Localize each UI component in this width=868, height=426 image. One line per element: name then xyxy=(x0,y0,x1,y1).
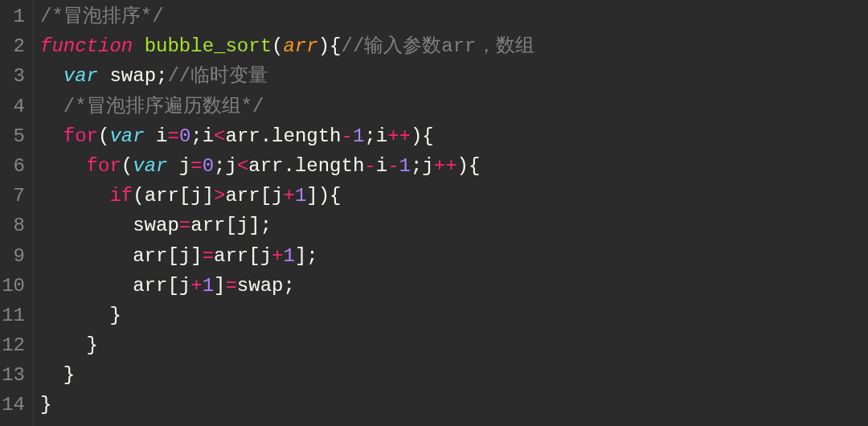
token: 1 xyxy=(295,185,306,207)
token: < xyxy=(214,125,225,147)
token: 0 xyxy=(203,155,214,177)
token: = xyxy=(179,215,190,236)
line-number: 3 xyxy=(0,61,25,91)
token: ;j xyxy=(411,155,434,177)
line-number: 13 xyxy=(0,360,25,390)
token: ;i xyxy=(190,125,214,147)
token: i xyxy=(145,125,168,147)
code-line: } xyxy=(40,301,868,330)
line-number-gutter: 1234567891011121314 xyxy=(0,0,34,426)
token: (arr[j] xyxy=(133,185,214,207)
token: ( xyxy=(98,125,109,147)
token: for xyxy=(87,155,121,177)
token: arr xyxy=(283,35,317,57)
token: > xyxy=(214,185,225,207)
code-line: for(var j=0;j<arr.length-i-1;j++){ xyxy=(40,151,868,181)
token xyxy=(133,35,144,57)
token: ++ xyxy=(434,155,457,177)
token: arr[j xyxy=(214,245,272,267)
token: //临时变量 xyxy=(167,65,268,87)
token: + xyxy=(272,245,283,267)
code-line: /*冒泡排序遍历数组*/ xyxy=(40,92,868,121)
token: swap; xyxy=(237,275,295,297)
token: 1 xyxy=(399,155,411,177)
token: 1 xyxy=(203,275,214,297)
token: i xyxy=(376,155,387,177)
line-number: 1 xyxy=(0,2,25,31)
token: j xyxy=(167,155,190,177)
line-number: 8 xyxy=(0,211,25,240)
token: /*冒泡排序遍历数组*/ xyxy=(63,96,264,117)
token: arr[j xyxy=(40,275,190,297)
token: = xyxy=(190,155,202,177)
token xyxy=(40,185,109,207)
line-number: 12 xyxy=(0,330,25,360)
token: 1 xyxy=(353,125,364,147)
token: function xyxy=(40,35,133,57)
line-number: 10 xyxy=(0,271,25,301)
code-line: for(var i=0;i<arr.length-1;i++){ xyxy=(40,121,868,151)
token: arr.length xyxy=(248,155,364,177)
token: - xyxy=(387,155,399,177)
code-line: function bubble_sort(arr){//输入参数arr，数组 xyxy=(40,31,868,61)
token: ; xyxy=(156,65,167,87)
token: = xyxy=(167,125,178,147)
token: var xyxy=(63,65,98,87)
token: arr[j] xyxy=(40,245,203,267)
code-line: arr[j+1]=swap; xyxy=(40,271,868,301)
token: bubble_sort xyxy=(145,35,272,57)
token: var xyxy=(133,155,167,177)
token: - xyxy=(342,125,353,147)
line-number: 11 xyxy=(0,301,25,330)
token: + xyxy=(190,275,202,297)
token: < xyxy=(237,155,248,177)
line-number: 14 xyxy=(0,390,25,420)
token xyxy=(40,155,87,177)
token: for xyxy=(63,125,98,147)
line-number: 4 xyxy=(0,92,25,121)
code-line: if(arr[j]>arr[j+1]){ xyxy=(40,181,868,211)
token: ++ xyxy=(387,125,411,147)
token: ){ xyxy=(411,125,434,147)
line-number: 7 xyxy=(0,181,25,211)
token xyxy=(40,65,63,87)
code-line: /*冒泡排序*/ xyxy=(40,2,868,31)
token: ]; xyxy=(295,245,318,267)
code-line: } xyxy=(40,330,868,360)
token: } xyxy=(40,334,98,356)
code-line: arr[j]=arr[j+1]; xyxy=(40,241,868,271)
token: swap xyxy=(98,65,156,87)
token: = xyxy=(225,275,236,297)
token: if xyxy=(109,185,133,207)
token: ){ xyxy=(457,155,481,177)
token: arr[j]; xyxy=(190,215,272,236)
code-line: var swap;//临时变量 xyxy=(40,61,868,91)
line-number: 9 xyxy=(0,241,25,271)
token: 0 xyxy=(179,125,190,147)
code-line: swap=arr[j]; xyxy=(40,211,868,240)
code-editor: 1234567891011121314 /*冒泡排序*/function bub… xyxy=(0,0,868,426)
token: } xyxy=(40,305,121,326)
code-line: } xyxy=(40,360,868,390)
token: //输入参数arr，数组 xyxy=(342,35,534,57)
code-area[interactable]: /*冒泡排序*/function bubble_sort(arr){//输入参数… xyxy=(34,0,868,426)
line-number: 2 xyxy=(0,31,25,61)
token: ;j xyxy=(214,155,237,177)
token: ( xyxy=(121,155,133,177)
token: ]){ xyxy=(306,185,341,207)
token: ;i xyxy=(364,125,387,147)
token: ( xyxy=(272,35,283,57)
token: ] xyxy=(214,275,225,297)
token: arr[j xyxy=(225,185,283,207)
token: = xyxy=(203,245,214,267)
token: 1 xyxy=(283,245,294,267)
code-line: } xyxy=(40,390,868,420)
token: arr.length xyxy=(226,125,342,147)
token: } xyxy=(40,364,75,386)
token xyxy=(40,125,63,147)
token: var xyxy=(109,125,144,147)
line-number: 5 xyxy=(0,121,25,151)
line-number: 6 xyxy=(0,151,25,181)
token: /*冒泡排序*/ xyxy=(40,6,164,27)
token: - xyxy=(364,155,375,177)
